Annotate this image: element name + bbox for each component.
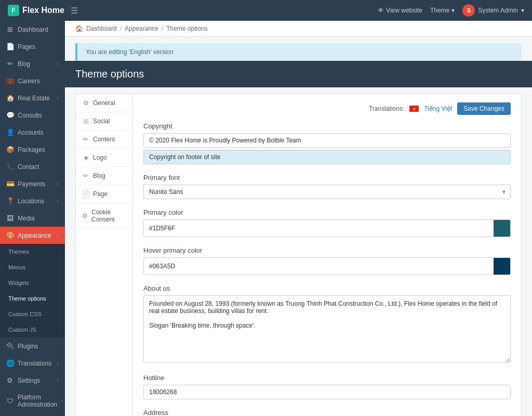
hotline-input[interactable]: [143, 385, 511, 399]
breadcrumb-appearance[interactable]: Appearance: [125, 25, 158, 32]
user-menu[interactable]: S System Admin ▾: [462, 4, 524, 17]
breadcrumb-dashboard[interactable]: Dashboard: [86, 25, 117, 32]
appearance-icon: 🎨: [6, 231, 14, 239]
sidebar-item-label: Blog: [18, 60, 53, 68]
view-website-link[interactable]: 👁 View website: [378, 7, 422, 14]
layout: ⊞ Dashboard 📄 Pages ✏ Blog › 💼 Careers 🏠…: [0, 21, 532, 416]
language-link[interactable]: Tiếng Việt: [424, 105, 452, 112]
vn-flag-icon: [409, 106, 419, 112]
sidebar-item-platform-admin[interactable]: 🛡 Platform Administration ›: [0, 389, 65, 413]
sidebar-item-theme-options[interactable]: Theme options: [0, 291, 65, 306]
theme-chevron-icon: ▾: [451, 7, 455, 14]
save-changes-button[interactable]: Save Changes: [457, 102, 511, 115]
left-nav-label: Blog: [93, 172, 105, 179]
sidebar-item-consults[interactable]: 💬 Consults: [0, 107, 65, 124]
left-nav-page[interactable]: 📄 Page: [76, 185, 132, 203]
sidebar-item-label: Settings: [18, 377, 53, 384]
sidebar-item-settings[interactable]: ⚙ Settings ›: [0, 372, 65, 389]
topbar: F Flex Home ☰ 👁 View website Theme ▾ S S…: [0, 0, 532, 21]
plugins-icon: 🔌: [6, 342, 14, 350]
sidebar-item-locations[interactable]: 📍 Locations ›: [0, 192, 65, 210]
left-nav-logo[interactable]: ◈ Logo: [76, 149, 132, 167]
left-nav-general[interactable]: ⚙ General: [76, 94, 132, 112]
copyright-label: Copyright: [143, 122, 511, 130]
about-us-textarea[interactable]: Founded on August 28, 1993 (formerly kno…: [143, 295, 511, 363]
sidebar-item-accounts[interactable]: 👤 Accounts: [0, 124, 65, 141]
left-nav-cookie-consent[interactable]: ⚙ Cookie Consent: [76, 203, 132, 229]
sidebar-item-custom-js[interactable]: Custom JS: [0, 322, 65, 337]
hotline-label: Hotline: [143, 374, 511, 382]
breadcrumb-current: Theme options: [166, 25, 207, 32]
sidebar-item-translations[interactable]: 🌐 Translations ›: [0, 355, 65, 372]
sidebar-item-plugins[interactable]: 🔌 Plugins: [0, 337, 65, 355]
copyright-placeholder-input[interactable]: [143, 150, 511, 164]
right-form-content: Translations: Tiếng Việt Save Changes Co…: [133, 94, 521, 416]
hover-color-swatch[interactable]: [494, 258, 510, 275]
primary-font-select[interactable]: Nunito Sans Roboto Open Sans: [143, 185, 511, 199]
sidebar-item-menus[interactable]: Menus: [0, 259, 65, 275]
hover-color-input[interactable]: #063A5D: [144, 259, 494, 273]
sidebar-item-themes[interactable]: Themes: [0, 244, 65, 259]
sidebar-item-appearance[interactable]: 🎨 Appearance ▾: [0, 227, 65, 244]
hotline-section: Hotline: [143, 374, 511, 399]
menu-toggle-icon[interactable]: ☰: [71, 6, 78, 16]
sidebar-item-label: Accounts: [18, 129, 59, 136]
sidebar: ⊞ Dashboard 📄 Pages ✏ Blog › 💼 Careers 🏠…: [0, 21, 65, 416]
hover-color-input-wrap: #063A5D: [143, 257, 511, 275]
sidebar-item-label: Platform Administration: [18, 394, 57, 408]
main-content: 🏠 Dashboard / Appearance / Theme options…: [65, 21, 532, 416]
copyright-input[interactable]: [143, 133, 511, 148]
submenu-label: Widgets: [8, 280, 59, 286]
about-us-label: About us: [143, 284, 511, 292]
home-icon: 🏠: [75, 25, 83, 32]
sidebar-item-careers[interactable]: 💼 Careers: [0, 72, 65, 89]
packages-icon: 📦: [6, 146, 14, 153]
sidebar-item-media[interactable]: 🖼 Media: [0, 210, 65, 227]
appearance-submenu: Themes Menus Widgets Theme options Custo…: [0, 244, 65, 337]
left-nav-content[interactable]: ✏ Content: [76, 131, 132, 149]
sidebar-item-label: Media: [18, 215, 59, 222]
submenu-label: Menus: [8, 264, 59, 270]
sidebar-item-label: Consults: [18, 112, 59, 119]
theme-options-panel: ⚙ General ◎ Social ✏ Content ◈ Logo: [75, 94, 522, 416]
theme-menu[interactable]: Theme ▾: [430, 7, 455, 14]
sidebar-item-label: Locations: [18, 198, 53, 205]
address-section: Address: [143, 409, 511, 416]
left-nav-blog[interactable]: ✏ Blog: [76, 167, 132, 185]
sidebar-item-dashboard[interactable]: ⊞ Dashboard: [0, 21, 65, 38]
translations-icon: 🌐: [6, 359, 14, 367]
primary-color-swatch[interactable]: [494, 220, 510, 237]
sidebar-item-contact[interactable]: 📞 Contact: [0, 158, 65, 175]
primary-font-select-wrap: Nunito Sans Roboto Open Sans: [143, 185, 511, 199]
primary-font-label: Primary font: [143, 174, 511, 181]
platform-icon: 🛡: [6, 397, 14, 405]
settings-icon: ⚙: [6, 376, 14, 384]
app-logo: F Flex Home: [8, 5, 64, 16]
hover-color-label: Hover primary color: [143, 246, 511, 254]
primary-color-label: Primary color: [143, 209, 511, 216]
primary-color-input[interactable]: #1D5F6F: [144, 222, 494, 235]
chevron-right-icon: ›: [57, 181, 59, 187]
chevron-right-icon: ›: [57, 360, 59, 366]
sidebar-item-widgets[interactable]: Widgets: [0, 275, 65, 291]
sidebar-item-payments[interactable]: 💳 Payments ›: [0, 175, 65, 192]
left-nav-social[interactable]: ◎ Social: [76, 112, 132, 131]
sidebar-item-label: Pages: [18, 43, 59, 50]
chevron-right-icon: ›: [57, 378, 59, 383]
sidebar-item-label: Plugins: [18, 343, 59, 350]
sidebar-item-blog[interactable]: ✏ Blog ›: [0, 55, 65, 72]
contact-icon: 📞: [6, 163, 14, 171]
page-title: Theme options: [75, 68, 522, 80]
topbar-right: 👁 View website Theme ▾ S System Admin ▾: [378, 4, 524, 17]
sidebar-item-custom-css[interactable]: Custom CSS: [0, 306, 65, 322]
dashboard-icon: ⊞: [6, 25, 14, 33]
sidebar-item-real-estate[interactable]: 🏠 Real Estate ›: [0, 89, 65, 107]
theme-panel: ⚙ General ◎ Social ✏ Content ◈ Logo: [75, 94, 522, 416]
alert-text: You are editing 'English' version: [86, 48, 174, 56]
general-icon: ⚙: [82, 99, 89, 107]
sidebar-item-packages[interactable]: 📦 Packages: [0, 141, 65, 158]
submenu-label: Themes: [8, 249, 59, 255]
real-estate-icon: 🏠: [6, 94, 14, 102]
sidebar-item-pages[interactable]: 📄 Pages: [0, 38, 65, 55]
cookie-icon: ⚙: [82, 212, 88, 219]
